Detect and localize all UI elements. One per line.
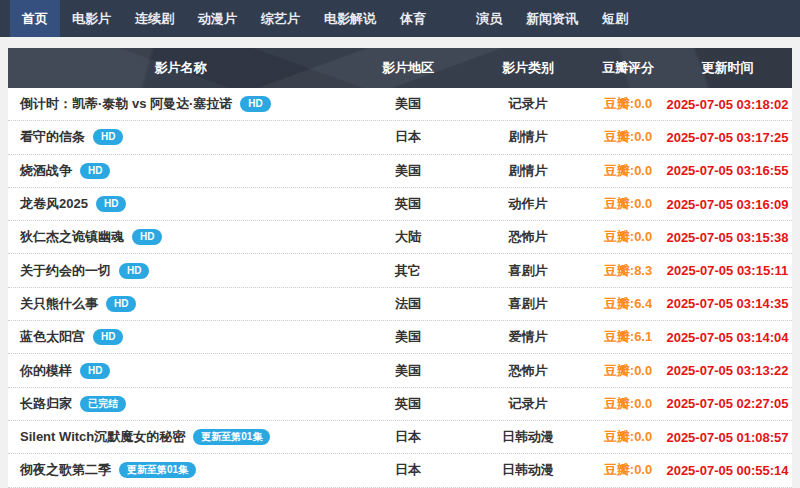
movie-table: 影片名称 影片地区 影片类别 豆瓣评分 更新时间 倒计时：凯蒂·泰勒 vs 阿曼… [8, 48, 792, 488]
column-header-region: 影片地区 [353, 59, 463, 77]
movie-title-link[interactable]: 龙卷风2025 [20, 195, 88, 213]
movie-category: 记录片 [463, 395, 593, 413]
movie-region: 美国 [353, 362, 463, 380]
movie-douban-rating: 豆瓣:6.4 [593, 295, 663, 313]
movie-region: 美国 [353, 162, 463, 180]
movie-update-time: 2025-07-05 03:14:35 [663, 296, 792, 311]
nav-item-5[interactable]: 电影解说 [312, 0, 388, 37]
movie-name-cell: Silent Witch沉默魔女的秘密更新至第01集 [8, 428, 353, 446]
movie-douban-rating: 豆瓣:6.1 [593, 328, 663, 346]
movie-update-time: 2025-07-05 02:27:05 [663, 396, 792, 411]
column-header-category: 影片类别 [463, 59, 593, 77]
status-badge: HD [93, 329, 123, 345]
movie-title-link[interactable]: 长路归家 [20, 395, 72, 413]
table-body: 倒计时：凯蒂·泰勒 vs 阿曼达·塞拉诺HD美国记录片豆瓣:0.02025-07… [8, 88, 792, 488]
table-row[interactable]: 倒计时：凯蒂·泰勒 vs 阿曼达·塞拉诺HD美国记录片豆瓣:0.02025-07… [8, 88, 792, 121]
movie-update-time: 2025-07-05 03:17:25 [663, 130, 792, 145]
movie-title-link[interactable]: 倒计时：凯蒂·泰勒 vs 阿曼达·塞拉诺 [20, 95, 232, 113]
movie-category: 爱情片 [463, 328, 593, 346]
nav-item-8[interactable]: 新闻资讯 [514, 0, 590, 37]
status-badge: 已完结 [80, 396, 126, 412]
top-nav: 首页电影片连续剧动漫片综艺片电影解说体育演员新闻资讯短剧 [0, 0, 800, 37]
movie-region: 日本 [353, 461, 463, 479]
movie-category: 喜剧片 [463, 295, 593, 313]
table-row[interactable]: 长路归家已完结英国记录片豆瓣:0.02025-07-05 02:27:05 [8, 388, 792, 421]
status-badge: HD [93, 129, 123, 145]
movie-title-link[interactable]: 烧酒战争 [20, 162, 72, 180]
table-row[interactable]: 烧酒战争HD美国剧情片豆瓣:0.02025-07-05 03:16:55 [8, 155, 792, 188]
status-badge: HD [80, 363, 110, 379]
status-badge: HD [80, 163, 110, 179]
movie-title-link[interactable]: 看守的信条 [20, 128, 85, 146]
movie-name-cell: 长路归家已完结 [8, 395, 353, 413]
movie-update-time: 2025-07-05 03:14:04 [663, 330, 792, 345]
status-badge: HD [106, 296, 136, 312]
movie-name-cell: 你的模样HD [8, 362, 353, 380]
movie-douban-rating: 豆瓣:0.0 [593, 95, 663, 113]
nav-item-3[interactable]: 动漫片 [186, 0, 249, 37]
movie-name-cell: 关于约会的一切HD [8, 262, 353, 280]
movie-title-link[interactable]: 关于约会的一切 [20, 262, 111, 280]
column-header-time: 更新时间 [663, 59, 792, 77]
movie-douban-rating: 豆瓣:0.0 [593, 195, 663, 213]
movie-title-link[interactable]: 彻夜之歌第二季 [20, 461, 111, 479]
table-row[interactable]: 彻夜之歌第二季更新至第01集日本日韩动漫豆瓣:0.02025-07-05 00:… [8, 454, 792, 487]
movie-update-time: 2025-07-05 03:13:22 [663, 363, 792, 378]
movie-region: 法国 [353, 295, 463, 313]
movie-category: 记录片 [463, 95, 593, 113]
status-badge: HD [119, 263, 149, 279]
movie-update-time: 2025-07-05 03:18:02 [663, 97, 792, 112]
movie-douban-rating: 豆瓣:0.0 [593, 228, 663, 246]
movie-update-time: 2025-07-05 03:15:38 [663, 230, 792, 245]
movie-update-time: 2025-07-05 03:15:11 [663, 263, 792, 278]
nav-item-6[interactable]: 体育 [388, 0, 438, 37]
movie-region: 英国 [353, 395, 463, 413]
table-row[interactable]: 看守的信条HD日本剧情片豆瓣:0.02025-07-05 03:17:25 [8, 121, 792, 154]
column-header-name: 影片名称 [8, 59, 353, 77]
movie-category: 恐怖片 [463, 362, 593, 380]
movie-douban-rating: 豆瓣:8.3 [593, 262, 663, 280]
nav-item-2[interactable]: 连续剧 [123, 0, 186, 37]
movie-update-time: 2025-07-05 03:16:09 [663, 197, 792, 212]
movie-douban-rating: 豆瓣:0.0 [593, 362, 663, 380]
nav-item-4[interactable]: 综艺片 [249, 0, 312, 37]
movie-name-cell: 看守的信条HD [8, 128, 353, 146]
nav-item-0[interactable]: 首页 [10, 0, 60, 37]
movie-title-link[interactable]: 你的模样 [20, 362, 72, 380]
nav-item-7[interactable]: 演员 [464, 0, 514, 37]
movie-region: 其它 [353, 262, 463, 280]
movie-title-link[interactable]: 狄仁杰之诡镇幽魂 [20, 228, 124, 246]
table-row[interactable]: 蓝色太阳宫HD美国爱情片豆瓣:6.12025-07-05 03:14:04 [8, 321, 792, 354]
table-header-row: 影片名称 影片地区 影片类别 豆瓣评分 更新时间 [8, 48, 792, 88]
status-badge: HD [96, 196, 126, 212]
table-row[interactable]: Silent Witch沉默魔女的秘密更新至第01集日本日韩动漫豆瓣:0.020… [8, 421, 792, 454]
movie-name-cell: 蓝色太阳宫HD [8, 328, 353, 346]
table-row[interactable]: 关只熊什么事HD法国喜剧片豆瓣:6.42025-07-05 03:14:35 [8, 288, 792, 321]
movie-name-cell: 龙卷风2025HD [8, 195, 353, 213]
movie-douban-rating: 豆瓣:0.0 [593, 162, 663, 180]
movie-title-link[interactable]: 关只熊什么事 [20, 295, 98, 313]
movie-douban-rating: 豆瓣:0.0 [593, 461, 663, 479]
nav-item-9[interactable]: 短剧 [590, 0, 640, 37]
movie-name-cell: 烧酒战争HD [8, 162, 353, 180]
movie-name-cell: 狄仁杰之诡镇幽魂HD [8, 228, 353, 246]
movie-update-time: 2025-07-05 00:55:14 [663, 463, 792, 478]
table-row[interactable]: 龙卷风2025HD英国动作片豆瓣:0.02025-07-05 03:16:09 [8, 188, 792, 221]
nav-item-1[interactable]: 电影片 [60, 0, 123, 37]
table-row[interactable]: 关于约会的一切HD其它喜剧片豆瓣:8.32025-07-05 03:15:11 [8, 254, 792, 287]
table-row[interactable]: 你的模样HD美国恐怖片豆瓣:0.02025-07-05 03:13:22 [8, 354, 792, 387]
movie-update-time: 2025-07-05 01:08:57 [663, 430, 792, 445]
movie-region: 大陆 [353, 228, 463, 246]
movie-region: 日本 [353, 128, 463, 146]
movie-title-link[interactable]: Silent Witch沉默魔女的秘密 [20, 428, 185, 446]
status-badge: 更新至第01集 [193, 429, 270, 445]
table-row[interactable]: 狄仁杰之诡镇幽魂HD大陆恐怖片豆瓣:0.02025-07-05 03:15:38 [8, 221, 792, 254]
movie-name-cell: 彻夜之歌第二季更新至第01集 [8, 461, 353, 479]
movie-category: 日韩动漫 [463, 428, 593, 446]
movie-title-link[interactable]: 蓝色太阳宫 [20, 328, 85, 346]
movie-category: 剧情片 [463, 128, 593, 146]
movie-name-cell: 关只熊什么事HD [8, 295, 353, 313]
movie-category: 日韩动漫 [463, 461, 593, 479]
movie-region: 美国 [353, 328, 463, 346]
movie-category: 喜剧片 [463, 262, 593, 280]
